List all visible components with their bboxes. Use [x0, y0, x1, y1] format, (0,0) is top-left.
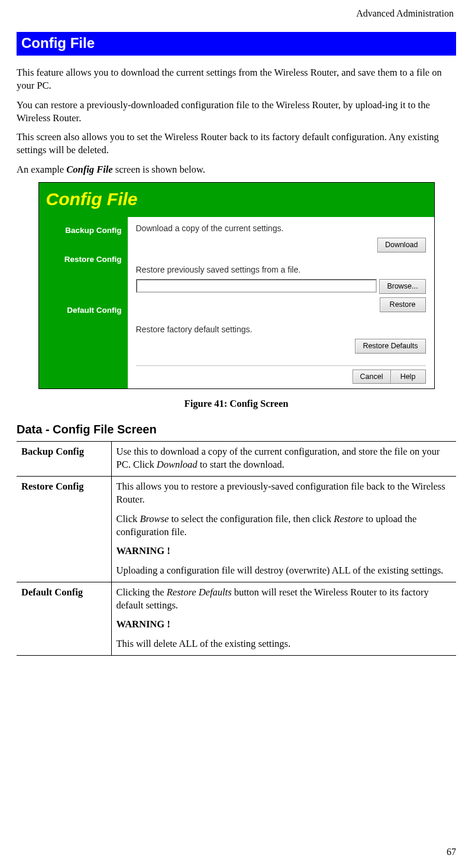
restore-defaults-button[interactable]: Restore Defaults [355, 339, 425, 354]
r2-p2-mid: to select the configuration file, then c… [169, 513, 334, 524]
section-banner-config-file: Config File [17, 32, 456, 56]
r2-p3: Uploading a configuration file will dest… [117, 564, 452, 577]
restore-button[interactable]: Restore [380, 297, 426, 312]
download-button[interactable]: Download [377, 238, 426, 252]
figure-container: Config File Backup Config Restore Config… [17, 182, 456, 390]
data-table-heading: Data - Config File Screen [17, 422, 456, 438]
default-description: Restore factory default settings. [136, 324, 426, 335]
r2-browse-em: Browse [140, 513, 169, 524]
intro-paragraph-3: This screen also allows you to set the W… [17, 131, 456, 157]
r3-p1-pre: Clicking the [117, 587, 167, 598]
row-backup-key: Backup Config [17, 441, 111, 477]
r2-p2: Click Browse to select the configuration… [117, 513, 452, 539]
sidebar-default-config[interactable]: Default Config [39, 302, 128, 330]
page-number: 67 [447, 846, 456, 859]
r2-restore-em: Restore [334, 513, 363, 524]
page-header-category: Advanced Administration [17, 7, 454, 20]
r2-p1: This allows you to restore a previously-… [117, 480, 452, 507]
intro-p4-pre: An example [17, 164, 66, 175]
r2-warning: WARNING ! [117, 545, 452, 558]
table-row: Default Config Clicking the Restore Defa… [17, 582, 456, 655]
r3-p1: Clicking the Restore Defaults button wil… [117, 586, 452, 613]
intro-paragraph-2: You can restore a previously-downloaded … [17, 99, 456, 125]
intro-paragraph-1: This feature allows you to download the … [17, 66, 456, 93]
screenshot-sidebar: Backup Config Restore Config Default Con… [39, 217, 128, 388]
file-path-input[interactable] [136, 279, 377, 293]
restore-description: Restore previously saved settings from a… [136, 264, 426, 276]
row-restore-value: This allows you to restore a previously-… [111, 477, 456, 582]
help-button[interactable]: Help [390, 370, 426, 384]
r3-p2: This will delete ALL of the existing set… [117, 637, 452, 650]
row-backup-value: Use this to download a copy of the curre… [111, 441, 456, 477]
figure-caption: Figure 41: Config Screen [17, 397, 456, 410]
screenshot-content: Download a copy of the current settings.… [128, 217, 434, 388]
row-default-key: Default Config [17, 582, 111, 655]
row-restore-key: Restore Config [17, 477, 111, 582]
sidebar-backup-config[interactable]: Backup Config [39, 222, 128, 250]
sidebar-restore-config[interactable]: Restore Config [39, 251, 128, 302]
intro-p4-emphasis: Config File [66, 164, 112, 175]
r3-restoredef-em: Restore Defaults [167, 587, 232, 598]
r2-p2-pre: Click [117, 513, 140, 524]
browse-button[interactable]: Browse... [379, 279, 425, 294]
data-table: Backup Config Use this to download a cop… [17, 441, 456, 656]
r1-post: to start the download. [198, 459, 285, 470]
screenshot-title: Config File [39, 183, 434, 218]
intro-paragraph-4: An example Config File screen is shown b… [17, 163, 456, 176]
r1-download-em: Download [157, 459, 198, 470]
backup-description: Download a copy of the current settings. [136, 223, 426, 234]
r3-warning: WARNING ! [117, 618, 452, 631]
table-row: Restore Config This allows you to restor… [17, 477, 456, 582]
table-row: Backup Config Use this to download a cop… [17, 441, 456, 477]
cancel-button[interactable]: Cancel [353, 370, 391, 384]
config-screenshot: Config File Backup Config Restore Config… [38, 182, 435, 390]
intro-p4-post: screen is shown below. [113, 164, 205, 175]
row-default-value: Clicking the Restore Defaults button wil… [111, 582, 456, 655]
